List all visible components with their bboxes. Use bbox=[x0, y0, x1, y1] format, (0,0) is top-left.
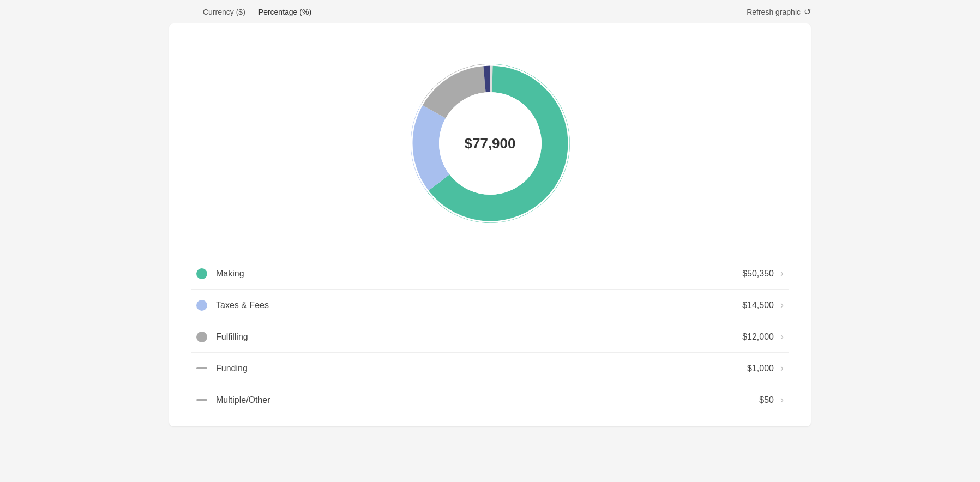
top-bar: Currency ($) Percentage (%) Refresh grap… bbox=[0, 0, 980, 23]
legend-dot-taxes bbox=[196, 300, 207, 311]
legend-item-fulfilling[interactable]: Fulfilling $12,000 › bbox=[191, 321, 789, 353]
legend-value-fulfilling: $12,000 bbox=[742, 332, 774, 342]
chart-card: $77,900 Making $50,350 › Taxes & Fees $1… bbox=[169, 23, 811, 426]
legend-dot-making bbox=[196, 268, 207, 279]
legend-item-other[interactable]: Multiple/Other $50 › bbox=[191, 384, 789, 415]
legend-value-funding: $1,000 bbox=[747, 364, 774, 373]
legend-label-other: Multiple/Other bbox=[216, 395, 759, 405]
legend-value-other: $50 bbox=[759, 395, 774, 405]
chart-area: $77,900 bbox=[169, 40, 811, 258]
donut-chart: $77,900 bbox=[398, 51, 583, 236]
legend-value-making: $50,350 bbox=[742, 269, 774, 279]
legend-dash-other bbox=[196, 399, 207, 401]
legend-dash-funding bbox=[196, 367, 207, 369]
legend-label-fulfilling: Fulfilling bbox=[216, 332, 742, 342]
refresh-label: Refresh graphic bbox=[747, 8, 801, 16]
chevron-icon-funding: › bbox=[780, 363, 784, 374]
legend-list: Making $50,350 › Taxes & Fees $14,500 › … bbox=[169, 258, 811, 415]
chevron-icon-taxes: › bbox=[780, 299, 784, 311]
legend-item-funding[interactable]: Funding $1,000 › bbox=[191, 353, 789, 384]
legend-item-making[interactable]: Making $50,350 › bbox=[191, 258, 789, 290]
legend-label-making: Making bbox=[216, 269, 742, 279]
chevron-icon-making: › bbox=[780, 268, 784, 279]
legend-item-taxes[interactable]: Taxes & Fees $14,500 › bbox=[191, 290, 789, 321]
legend-dot-fulfilling bbox=[196, 332, 207, 342]
percentage-toggle-btn[interactable]: Percentage (%) bbox=[252, 4, 318, 20]
legend-label-taxes: Taxes & Fees bbox=[216, 300, 742, 310]
refresh-icon: ↺ bbox=[804, 7, 811, 17]
chevron-icon-other: › bbox=[780, 394, 784, 406]
page-wrapper: Currency ($) Percentage (%) Refresh grap… bbox=[0, 0, 980, 482]
donut-center-value: $77,900 bbox=[465, 135, 516, 152]
currency-toggle-btn[interactable]: Currency ($) bbox=[196, 4, 252, 20]
view-toggle: Currency ($) Percentage (%) bbox=[196, 4, 318, 20]
legend-value-taxes: $14,500 bbox=[742, 300, 774, 310]
refresh-graphic-button[interactable]: Refresh graphic ↺ bbox=[747, 7, 811, 17]
legend-label-funding: Funding bbox=[216, 364, 747, 373]
chevron-icon-fulfilling: › bbox=[780, 331, 784, 342]
